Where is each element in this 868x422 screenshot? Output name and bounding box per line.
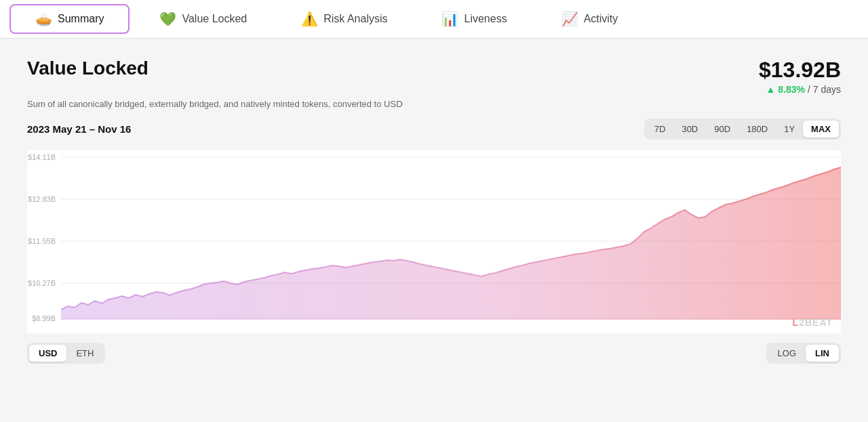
tab-activity-label: Activity [584,13,618,25]
activity-icon: 📈 [561,12,578,26]
current-value: $13.92B [759,58,841,83]
time-btn-30d[interactable]: 30D [673,121,706,138]
change-pct: 8.83% [778,84,805,95]
controls-row: 2023 May 21 – Nov 16 7D 30D 90D 180D 1Y … [27,119,841,140]
value-display: $13.92B ▲ 8.83% / 7 days [759,58,841,95]
scale-btn-log[interactable]: LOG [768,345,806,362]
tab-activity[interactable]: 📈 Activity [534,0,646,38]
time-btn-1y[interactable]: 1Y [776,121,803,138]
chart-svg: $14.11B $12.83B $11.55B $10.27B $8.99B [27,150,841,333]
tab-liveness-label: Liveness [464,13,507,25]
tab-risk-analysis-label: Risk Analysis [323,13,387,25]
time-btn-180d[interactable]: 180D [738,121,776,138]
section-title: Value Locked [27,58,149,79]
currency-btn-eth[interactable]: ETH [66,345,103,362]
tab-summary-label: Summary [58,13,104,25]
tab-liveness[interactable]: 📊 Liveness [414,0,534,38]
tab-risk-analysis[interactable]: ⚠️ Risk Analysis [274,0,414,38]
svg-text:$10.27B: $10.27B [28,279,56,287]
chart-area: $14.11B $12.83B $11.55B $10.27B $8.99B L… [27,150,841,333]
svg-text:$8.99B: $8.99B [32,314,56,322]
watermark: L2BEAT [793,317,833,328]
scale-btn-lin[interactable]: LIN [806,345,839,362]
currency-btn-usd[interactable]: USD [29,345,66,362]
time-btn-7d[interactable]: 7D [646,121,674,138]
svg-text:$12.83B: $12.83B [28,195,56,203]
nav-tabs: 🥧 Summary 💚 Value Locked ⚠️ Risk Analysi… [0,0,868,39]
time-btn-max[interactable]: MAX [803,121,839,138]
section-title-block: Value Locked [27,58,149,79]
change-row: ▲ 8.83% / 7 days [759,84,841,95]
tab-value-locked[interactable]: 💚 Value Locked [132,0,274,38]
value-locked-icon: 💚 [159,12,176,26]
time-range-buttons: 7D 30D 90D 180D 1Y MAX [644,119,841,140]
risk-analysis-icon: ⚠️ [301,12,318,26]
summary-icon: 🥧 [35,12,52,26]
header-row: Value Locked $13.92B ▲ 8.83% / 7 days [27,58,841,95]
bottom-controls: USD ETH LOG LIN [27,343,841,364]
scale-buttons: LOG LIN [766,343,841,364]
date-range: 2023 May 21 – Nov 16 [27,123,131,135]
change-arrow: ▲ [766,84,775,95]
main-content: Value Locked $13.92B ▲ 8.83% / 7 days Su… [0,39,868,377]
change-period: / 7 days [808,84,841,95]
liveness-icon: 📊 [441,12,458,26]
tab-summary[interactable]: 🥧 Summary [9,4,130,34]
svg-text:$14.11B: $14.11B [28,153,56,161]
tab-value-locked-label: Value Locked [182,13,247,25]
currency-buttons: USD ETH [27,343,105,364]
time-btn-90d[interactable]: 90D [706,121,738,138]
chart-subtitle: Sum of all canonically bridged, external… [27,99,841,109]
svg-text:$11.55B: $11.55B [28,237,56,245]
